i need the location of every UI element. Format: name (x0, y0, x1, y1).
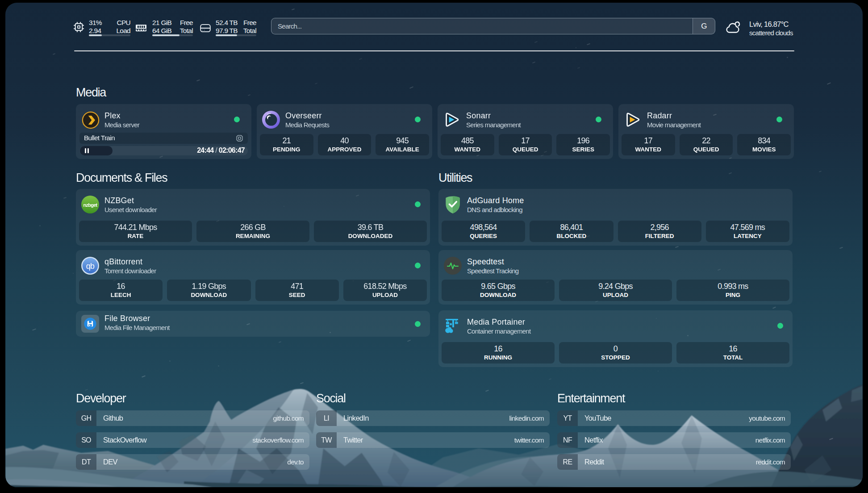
svg-text:nzbget: nzbget (83, 202, 97, 208)
svg-text:qb: qb (86, 262, 95, 271)
